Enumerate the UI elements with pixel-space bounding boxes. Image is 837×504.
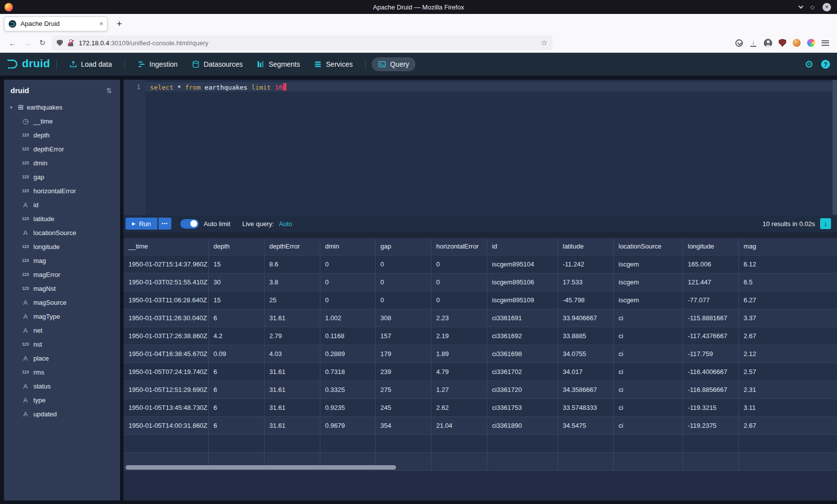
tree-column-depthError[interactable]: 123depthError <box>4 142 120 156</box>
table-cell[interactable]: iscgem895104 <box>487 255 558 273</box>
table-cell[interactable]: 31.61 <box>264 309 320 327</box>
tab-close-icon[interactable]: × <box>99 20 103 27</box>
table-cell[interactable]: 1950-01-03T11:26:30.040Z <box>124 309 208 327</box>
table-cell[interactable]: iscgem <box>613 273 683 291</box>
table-cell[interactable]: 30 <box>208 273 264 291</box>
table-cell[interactable]: 3.8 <box>264 273 320 291</box>
table-cell[interactable]: 0 <box>431 291 487 309</box>
table-cell[interactable]: iscgem895106 <box>487 273 558 291</box>
table-cell[interactable]: 1950-01-05T14:00:31.860Z <box>124 416 208 434</box>
tree-column-updated[interactable]: Aupdated <box>4 407 120 421</box>
table-cell[interactable]: 33.5748333 <box>558 398 613 416</box>
table-cell[interactable]: 1950-01-05T12:51:29.690Z <box>124 380 208 398</box>
tree-column-magSource[interactable]: AmagSource <box>4 295 120 309</box>
table-cell[interactable]: -119.3215 <box>683 398 738 416</box>
table-cell[interactable]: 8.6 <box>264 255 320 273</box>
tree-column-rms[interactable]: 123rms <box>4 365 120 379</box>
window-close-button[interactable]: × <box>823 3 831 11</box>
forward-button[interactable]: → <box>20 35 35 50</box>
table-cell[interactable]: 6 <box>208 309 264 327</box>
run-button[interactable]: ▶ Run <box>126 218 157 230</box>
table-cell[interactable]: ci <box>613 309 683 327</box>
window-shade-icon[interactable] <box>798 4 803 9</box>
table-cell[interactable]: 0 <box>375 291 431 309</box>
table-cell[interactable]: ci <box>613 327 683 345</box>
table-cell[interactable]: 2.31 <box>738 380 837 398</box>
column-header-depthError[interactable]: depthError <box>264 238 320 255</box>
table-cell[interactable]: 25 <box>264 291 320 309</box>
tree-column-longitude[interactable]: 123longitude <box>4 240 120 253</box>
table-cell[interactable]: -115.8881667 <box>683 309 738 327</box>
help-icon[interactable]: ? <box>821 60 830 69</box>
table-cell[interactable]: 0.2889 <box>320 345 375 363</box>
pocket-icon[interactable] <box>735 39 743 47</box>
tree-column-mag[interactable]: 123mag <box>4 253 120 267</box>
table-cell[interactable]: 31.61 <box>264 416 320 434</box>
sql-text[interactable]: select * from earthquakes limit 10 <box>145 80 286 215</box>
tracking-protection-shield-icon[interactable] <box>57 40 63 46</box>
table-cell[interactable]: 0.9679 <box>320 416 375 434</box>
table-cell[interactable]: 1950-01-04T16:38:45.670Z <box>124 345 208 363</box>
table-cell[interactable]: 2.67 <box>738 327 837 345</box>
column-header-latitude[interactable]: latitude <box>558 238 613 255</box>
live-query-value[interactable]: Auto <box>279 220 292 228</box>
reload-button[interactable]: ↻ <box>35 35 50 50</box>
table-cell[interactable]: 34.5475 <box>558 416 613 434</box>
table-cell[interactable]: 17.533 <box>558 273 613 291</box>
table-cell[interactable]: 1950-01-03T11:06:28.640Z <box>124 291 208 309</box>
column-header-dmin[interactable]: dmin <box>320 238 375 255</box>
insecure-lock-icon[interactable] <box>67 39 74 47</box>
profile-avatar-icon[interactable] <box>793 39 801 47</box>
table-cell[interactable]: 2.19 <box>431 327 487 345</box>
editor-scrollbar[interactable] <box>833 80 837 215</box>
table-cell[interactable]: 2.23 <box>431 309 487 327</box>
table-cell[interactable]: 6 <box>208 363 264 380</box>
table-cell[interactable]: 245 <box>375 398 431 416</box>
tree-column-magNst[interactable]: 123magNst <box>4 281 120 295</box>
ublock-extension-icon[interactable] <box>779 39 786 47</box>
extension-pinwheel-icon[interactable] <box>807 39 815 47</box>
table-cell[interactable]: 34.0755 <box>558 345 613 363</box>
browser-tab[interactable]: Apache Druid × <box>4 16 108 31</box>
table-cell[interactable]: 1.27 <box>431 380 487 398</box>
table-cell[interactable]: 6 <box>208 416 264 434</box>
table-cell[interactable]: 165.006 <box>683 255 738 273</box>
run-more-button[interactable]: ••• <box>158 218 171 230</box>
table-cell[interactable]: -116.8856667 <box>683 380 738 398</box>
tree-column-dmin[interactable]: 123dmin <box>4 156 120 170</box>
sort-icon[interactable]: ⇅ <box>106 87 112 95</box>
nav-item-segments[interactable]: Segments <box>250 57 306 71</box>
column-header-longitude[interactable]: longitude <box>683 238 738 255</box>
gear-icon[interactable]: ⚙ <box>805 59 814 69</box>
table-cell[interactable]: 0 <box>431 255 487 273</box>
nav-item-ingestion[interactable]: Ingestion <box>131 57 184 71</box>
table-cell[interactable]: ci3361698 <box>487 345 558 363</box>
table-cell[interactable]: ci <box>613 398 683 416</box>
sql-editor[interactable]: 1 select * from earthquakes limit 10 <box>124 80 837 215</box>
table-cell[interactable]: iscgem <box>613 255 683 273</box>
table-cell[interactable]: 239 <box>375 363 431 380</box>
table-cell[interactable]: 4.79 <box>431 363 487 380</box>
tree-column-magError[interactable]: 123magError <box>4 267 120 281</box>
table-cell[interactable]: 157 <box>375 327 431 345</box>
table-cell[interactable]: 275 <box>375 380 431 398</box>
table-cell[interactable]: 15 <box>208 291 264 309</box>
tree-column-horizontalError[interactable]: 123horizontalError <box>4 184 120 198</box>
table-cell[interactable]: 2.79 <box>264 327 320 345</box>
tree-column-__time[interactable]: ◷__time <box>4 114 120 128</box>
nav-item-load-data[interactable]: Load data <box>63 57 119 71</box>
tree-column-nst[interactable]: 123nst <box>4 337 120 351</box>
table-cell[interactable]: -117.4376667 <box>683 327 738 345</box>
column-header-gap[interactable]: gap <box>375 238 431 255</box>
table-cell[interactable]: 31.61 <box>264 363 320 380</box>
tree-column-locationSource[interactable]: AlocationSource <box>4 226 120 240</box>
table-cell[interactable]: 0.1168 <box>320 327 375 345</box>
table-cell[interactable]: 2.57 <box>738 363 837 380</box>
druid-logo[interactable]: druid <box>6 57 50 71</box>
table-cell[interactable]: 6 <box>208 380 264 398</box>
table-cell[interactable]: 0 <box>320 291 375 309</box>
tree-column-gap[interactable]: 123gap <box>4 170 120 184</box>
url-bar[interactable]: 172.18.0.4:30109/unified-console.html#qu… <box>52 35 553 50</box>
bookmark-star-icon[interactable]: ☆ <box>541 38 548 47</box>
menu-icon[interactable] <box>822 40 829 46</box>
